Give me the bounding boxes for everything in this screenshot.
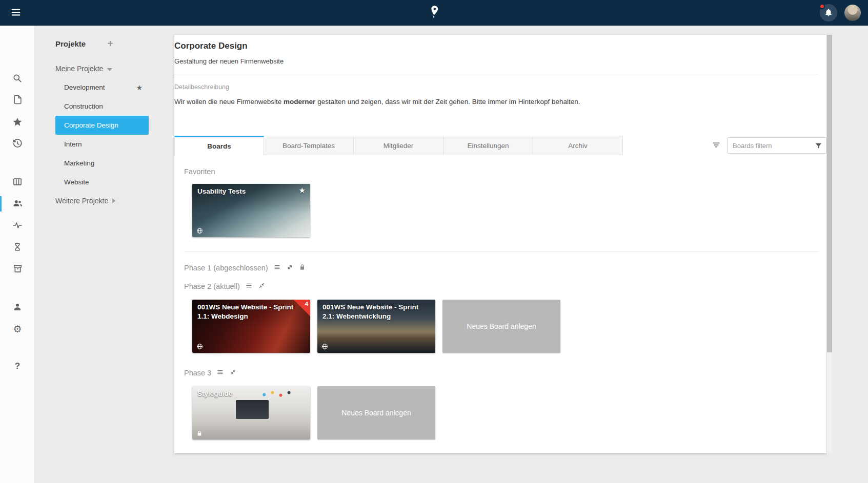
filter-area [712, 136, 826, 155]
tab-board-templates[interactable]: Board-Templates [264, 136, 354, 155]
board-title: 001WS Neue Website - Sprint 1.1: Webdesi… [197, 303, 295, 321]
scrollbar[interactable] [827, 35, 832, 453]
section-phase1-header: Phase 1 (abgeschlossen) [184, 263, 826, 272]
scrollbar-thumb[interactable] [827, 35, 832, 352]
filter-funnel-icon [815, 142, 822, 150]
settings-button[interactable]: ⚙ [8, 320, 27, 338]
documents-button[interactable] [8, 91, 27, 110]
filter-list-button[interactable] [712, 140, 721, 151]
section-favoriten-label: Favoriten [184, 167, 826, 176]
section-title: Phase 2 (aktuell) [184, 282, 240, 290]
board-card-sprint-2-1[interactable]: 001WS Neue Website - Sprint 2.1: Webentw… [317, 300, 435, 353]
board-title: Styleguide [197, 389, 295, 398]
archive-button[interactable] [8, 260, 27, 279]
help-button[interactable]: ? [8, 357, 27, 375]
question-icon: ? [15, 361, 20, 371]
history-button[interactable] [8, 135, 27, 153]
board-card-usability-tests[interactable]: Usability Tests ★ [192, 184, 310, 237]
board-card-styleguide[interactable]: Styleguide [192, 386, 310, 439]
section-title: Phase 3 [184, 369, 211, 377]
notifications-button[interactable] [820, 4, 837, 22]
team-button[interactable] [8, 195, 27, 213]
project-item-label: Construction [64, 102, 103, 110]
lock-icon [299, 264, 306, 272]
list-icon [245, 282, 253, 291]
favorite-star-icon[interactable]: ★ [136, 83, 143, 92]
profile-button[interactable] [8, 298, 27, 317]
tab-mitglieder[interactable]: Mitglieder [354, 136, 443, 155]
history-icon [12, 138, 23, 150]
activity-button[interactable] [8, 217, 27, 235]
filter-input-wrap [727, 137, 826, 154]
projects-title: Projekte [55, 39, 86, 48]
board-title: 001WS Neue Website - Sprint 2.1: Webentw… [322, 303, 420, 321]
bell-icon [824, 8, 833, 18]
project-item-marketing[interactable]: Marketing [55, 154, 149, 173]
app-logo-pin-icon [428, 4, 440, 22]
list-icon [273, 263, 281, 272]
section-menu-button[interactable] [245, 282, 253, 291]
tab-boards[interactable]: Boards [174, 136, 264, 155]
hamburger-icon [10, 7, 22, 19]
project-item-label: Intern [64, 140, 82, 148]
nav-group-meine-projekte[interactable]: Meine Projekte [55, 64, 174, 74]
user-avatar[interactable] [844, 5, 861, 21]
star-icon [12, 117, 23, 129]
add-board-button[interactable]: Neues Board anlegen [442, 300, 560, 353]
public-globe-icon [321, 343, 328, 350]
people-icon [12, 198, 23, 210]
board-title: Usability Tests [197, 187, 295, 196]
projects-header: Projekte + [55, 39, 174, 48]
topbar-right [820, 0, 861, 26]
boards-button[interactable] [8, 173, 27, 192]
section-title: Phase 1 (abgeschlossen) [184, 264, 268, 272]
section-collapse-button[interactable] [229, 368, 237, 377]
section-collapse-button[interactable] [258, 282, 266, 291]
project-item-label: Development [64, 83, 105, 91]
project-item-development[interactable]: Development ★ [55, 78, 149, 97]
list-icon [216, 368, 224, 377]
collapse-diagonal-icon [258, 282, 266, 291]
nav-group-label: Meine Projekte [55, 65, 103, 73]
nav-group-label: Weitere Projekte [55, 197, 108, 205]
board-favorite-star-icon[interactable]: ★ [299, 186, 306, 195]
project-item-intern[interactable]: Intern [55, 135, 149, 154]
project-item-construction[interactable]: Construction [55, 97, 149, 116]
page-subtitle: Gestaltung der neuen Firmenwebsite [174, 57, 826, 66]
add-project-button[interactable]: + [107, 39, 113, 48]
hourglass-icon [13, 242, 22, 253]
search-button[interactable] [8, 70, 27, 88]
add-board-button[interactable]: Neues Board anlegen [317, 386, 435, 439]
divider [184, 251, 819, 252]
section-menu-button[interactable] [273, 263, 281, 272]
favorites-board-row: Usability Tests ★ [192, 184, 826, 237]
phase2-board-row: 001WS Neue Website - Sprint 1.1: Webdesi… [192, 300, 826, 353]
project-item-corporate-design[interactable]: Corporate Design [55, 116, 149, 135]
nav-group-weitere-projekte[interactable]: Weitere Projekte [55, 196, 174, 206]
favorites-button[interactable] [8, 113, 27, 132]
time-tracking-button[interactable] [8, 238, 27, 257]
page-title: Corporate Design [174, 41, 826, 51]
menu-button[interactable] [10, 7, 22, 19]
pulse-icon [12, 220, 23, 232]
document-icon [13, 95, 23, 106]
project-item-label: Marketing [64, 159, 94, 167]
icon-rail: ⚙ ? [0, 26, 35, 483]
tab-archiv[interactable]: Archiv [533, 136, 623, 155]
chevron-right-icon [112, 197, 115, 205]
private-lock-icon [196, 430, 203, 436]
project-item-label: Website [64, 178, 89, 186]
projects-sidebar: Projekte + Meine Projekte Development ★ … [35, 26, 174, 206]
boards-filter-input[interactable] [727, 137, 826, 154]
phase3-board-row: Styleguide Neues Board anlegen [192, 386, 826, 439]
divider [174, 74, 819, 74]
section-menu-button[interactable] [216, 368, 224, 377]
expand-diagonal-icon [286, 263, 294, 272]
tab-einstellungen[interactable]: Einstellungen [443, 136, 533, 155]
rail-active-indicator [0, 196, 2, 212]
topbar [0, 0, 868, 26]
gear-icon: ⚙ [13, 323, 22, 335]
section-expand-button[interactable] [286, 263, 294, 272]
project-item-website[interactable]: Website [55, 173, 149, 192]
board-card-sprint-1-1[interactable]: 001WS Neue Website - Sprint 1.1: Webdesi… [192, 300, 310, 353]
